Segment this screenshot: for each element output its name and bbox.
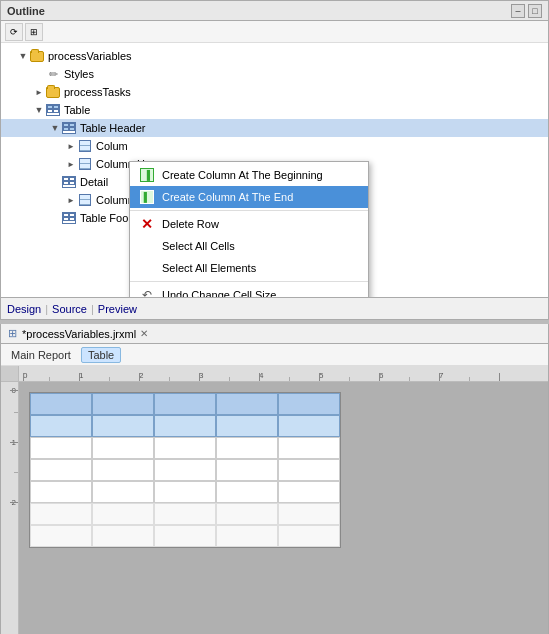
grid-cell[interactable] bbox=[278, 481, 340, 503]
grid-cell[interactable] bbox=[278, 415, 340, 437]
tab-design[interactable]: Design bbox=[7, 303, 41, 315]
grid-cell[interactable] bbox=[216, 459, 278, 481]
table-section-icon bbox=[61, 120, 77, 136]
grid-cell[interactable] bbox=[154, 393, 216, 415]
tab-source[interactable]: Source bbox=[52, 303, 87, 315]
grid-cell[interactable] bbox=[216, 393, 278, 415]
tree-item-tableheader[interactable]: ▼ Table Header bbox=[1, 119, 548, 137]
outline-controls: – □ bbox=[511, 4, 542, 18]
tree-item-styles[interactable]: ✏ Styles bbox=[1, 65, 548, 83]
ruler-marks: 0 1 2 3 4 5 6 7 bbox=[19, 366, 548, 381]
grid-cell[interactable] bbox=[30, 393, 92, 415]
menu-label-undo: Undo Change Cell Size bbox=[162, 289, 276, 297]
tree-item-table[interactable]: ▼ Table bbox=[1, 101, 548, 119]
column-icon-2 bbox=[77, 156, 93, 172]
tab-preview[interactable]: Preview bbox=[98, 303, 137, 315]
grid-cell[interactable] bbox=[92, 393, 154, 415]
grid-cell[interactable] bbox=[278, 437, 340, 459]
canvas-content bbox=[19, 382, 548, 634]
grid-cell[interactable] bbox=[154, 459, 216, 481]
canvas-area: 0 1 2 bbox=[1, 382, 548, 634]
table-icon bbox=[45, 102, 61, 118]
folder-icon bbox=[29, 48, 45, 64]
tree-label-tablefoo: Table Foo bbox=[80, 212, 128, 224]
grid-cell[interactable] bbox=[92, 415, 154, 437]
menu-delete-row[interactable]: ✕ Delete Row bbox=[130, 213, 368, 235]
header-row-1 bbox=[30, 393, 340, 415]
tree-item-processtasks[interactable]: ► processTasks bbox=[1, 83, 548, 101]
tree-item-processvariables[interactable]: ▼ processVariables bbox=[1, 47, 548, 65]
grid-cell[interactable] bbox=[278, 459, 340, 481]
grid-cell[interactable] bbox=[216, 415, 278, 437]
top-ruler: 0 1 2 3 4 5 6 7 bbox=[1, 366, 548, 382]
editor-panel: ⊞ *processVariables.jrxml ✕ Main Report … bbox=[0, 324, 549, 634]
grid-cell[interactable] bbox=[92, 525, 154, 547]
tree-item-col1[interactable]: ► Colum bbox=[1, 137, 548, 155]
toggle-processtasks[interactable]: ► bbox=[33, 86, 45, 98]
grid-cell[interactable] bbox=[216, 481, 278, 503]
toolbar-btn-2[interactable]: ⊞ bbox=[25, 23, 43, 41]
file-tab-label: *processVariables.jrxml bbox=[22, 328, 136, 340]
grid-cell[interactable] bbox=[278, 525, 340, 547]
toggle-colf[interactable]: ► bbox=[65, 194, 77, 206]
grid-cell[interactable] bbox=[30, 459, 92, 481]
extra-row-1 bbox=[30, 503, 340, 525]
menu-create-col-end[interactable]: ▌ Create Column At The End bbox=[130, 186, 368, 208]
grid-cell[interactable] bbox=[278, 503, 340, 525]
detail-icon bbox=[61, 174, 77, 190]
toggle-table[interactable]: ▼ bbox=[33, 104, 45, 116]
minimize-button[interactable]: – bbox=[511, 4, 525, 18]
column-icon-3 bbox=[77, 192, 93, 208]
grid-cell[interactable] bbox=[30, 481, 92, 503]
toggle-processvariables[interactable]: ▼ bbox=[17, 50, 29, 62]
menu-label-select-all-cells: Select All Cells bbox=[162, 240, 235, 252]
grid-cell[interactable] bbox=[30, 503, 92, 525]
tree-label-table: Table bbox=[64, 104, 90, 116]
grid-cell[interactable] bbox=[30, 525, 92, 547]
toggle-col1[interactable]: ► bbox=[65, 140, 77, 152]
grid-cell[interactable] bbox=[30, 437, 92, 459]
toggle-styles[interactable] bbox=[33, 68, 45, 80]
grid-cell[interactable] bbox=[216, 503, 278, 525]
toggle-detail[interactable] bbox=[49, 176, 61, 188]
grid-cell[interactable] bbox=[154, 437, 216, 459]
grid-cell[interactable] bbox=[92, 481, 154, 503]
toggle-tableheader[interactable]: ▼ bbox=[49, 122, 61, 134]
grid-cell[interactable] bbox=[154, 415, 216, 437]
toggle-colh[interactable]: ► bbox=[65, 158, 77, 170]
grid-cell[interactable] bbox=[92, 437, 154, 459]
folder-icon-2 bbox=[45, 84, 61, 100]
menu-label-select-all-elements: Select All Elements bbox=[162, 262, 256, 274]
outline-toolbar: ⟳ ⊞ bbox=[1, 21, 548, 43]
grid-cell[interactable] bbox=[154, 525, 216, 547]
tree-label-processtasks: processTasks bbox=[64, 86, 131, 98]
file-tab-close[interactable]: ✕ bbox=[140, 328, 148, 339]
file-icon: ⊞ bbox=[5, 327, 19, 341]
menu-sep-1 bbox=[130, 210, 368, 211]
grid-cell[interactable] bbox=[30, 415, 92, 437]
toolbar-btn-1[interactable]: ⟳ bbox=[5, 23, 23, 41]
grid-cell[interactable] bbox=[278, 393, 340, 415]
outline-tree: ▼ processVariables ✏ Styles ► processTas… bbox=[1, 43, 548, 297]
menu-select-all-elements[interactable]: Select All Elements bbox=[130, 257, 368, 279]
menu-create-col-beginning[interactable]: ▐ Create Column At The Beginning bbox=[130, 164, 368, 186]
select-cells-icon bbox=[138, 237, 156, 255]
toggle-tablefoo[interactable] bbox=[49, 212, 61, 224]
menu-select-all-cells[interactable]: Select All Cells bbox=[130, 235, 368, 257]
maximize-button[interactable]: □ bbox=[528, 4, 542, 18]
grid-cell[interactable] bbox=[216, 437, 278, 459]
outline-panel: Outline – □ ⟳ ⊞ ▼ processVariables ✏ Sty… bbox=[0, 0, 549, 320]
grid-cell[interactable] bbox=[92, 459, 154, 481]
select-elements-icon bbox=[138, 259, 156, 277]
grid-cell[interactable] bbox=[216, 525, 278, 547]
tab-main-report[interactable]: Main Report bbox=[7, 348, 75, 362]
menu-undo[interactable]: ↶ Undo Change Cell Size bbox=[130, 284, 368, 297]
file-tab-bar: ⊞ *processVariables.jrxml ✕ bbox=[1, 324, 548, 344]
menu-label-delete-row: Delete Row bbox=[162, 218, 219, 230]
grid-cell[interactable] bbox=[154, 481, 216, 503]
tree-label-styles: Styles bbox=[64, 68, 94, 80]
grid-cell[interactable] bbox=[154, 503, 216, 525]
tab-table[interactable]: Table bbox=[81, 347, 121, 363]
grid-cell[interactable] bbox=[92, 503, 154, 525]
undo-icon: ↶ bbox=[138, 286, 156, 297]
